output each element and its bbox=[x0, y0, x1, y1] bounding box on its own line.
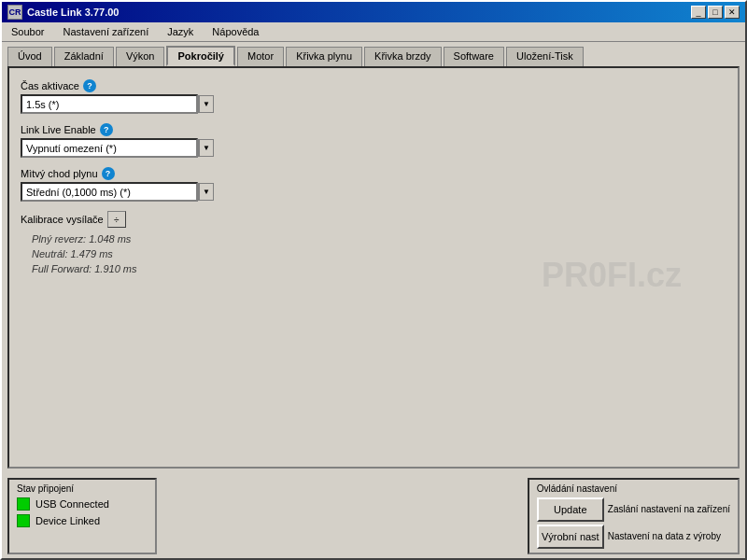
usb-status-row: USB Connected bbox=[17, 497, 148, 511]
mltvy-chod-arrow[interactable]: ▼ bbox=[198, 183, 214, 201]
link-live-arrow[interactable]: ▼ bbox=[198, 139, 214, 157]
control-panel: Ovládání nastavení Update Výrobní nast Z… bbox=[528, 478, 740, 554]
right-panel: Ovládání nastavení Update Výrobní nast Z… bbox=[164, 478, 740, 554]
kalibrace-plny-reverz: Plný reverz: 1.048 ms bbox=[32, 231, 726, 246]
cas-aktivace-arrow[interactable]: ▼ bbox=[198, 95, 214, 113]
control-rows: Update Výrobní nast Zaslání nastavení na… bbox=[537, 497, 730, 549]
tab-ulozeni-tisk[interactable]: Uložení-Tisk bbox=[506, 47, 584, 67]
cas-aktivace-group: Čas aktivace ? 1.5s (*) ▼ bbox=[21, 79, 726, 114]
link-live-label: Link Live Enable ? bbox=[21, 123, 726, 136]
mltvy-chod-group: Mìtvý chod plynu ? Střední (0,1000 ms) (… bbox=[21, 167, 726, 202]
menu-jazyk[interactable]: Jazyk bbox=[162, 24, 199, 39]
title-buttons: _ □ ✕ bbox=[691, 6, 740, 19]
tab-krivka-brzdy[interactable]: Křivka brzdy bbox=[364, 47, 442, 67]
tab-krivka-plynu[interactable]: Křivka plynu bbox=[286, 47, 362, 67]
main-window: CR Castle Link 3.77.00 _ □ ✕ Soubor Nast… bbox=[0, 0, 747, 560]
maximize-button[interactable]: □ bbox=[708, 6, 723, 19]
mltvy-chod-label: Mìtvý chod plynu ? bbox=[21, 167, 726, 180]
cas-aktivace-label: Čas aktivace ? bbox=[21, 79, 726, 92]
control-labels: Zaslání nastavení na zařízení Nastavení … bbox=[608, 497, 730, 549]
menu-nastaveni[interactable]: Nastavení zařízení bbox=[57, 24, 154, 39]
bottom-bar: Stav připojení USB Connected Device Link… bbox=[2, 474, 745, 558]
cas-aktivace-dropdown[interactable]: 1.5s (*) bbox=[21, 94, 198, 114]
tab-pokrocily[interactable]: Pokročilý bbox=[166, 46, 235, 66]
link-live-dropdown[interactable]: Vypnutí omezení (*) bbox=[21, 138, 198, 158]
device-label: Device Linked bbox=[35, 515, 100, 526]
mltvy-chod-dropdown-container: Střední (0,1000 ms) (*) ▼ bbox=[21, 182, 726, 202]
title-bar: CR Castle Link 3.77.00 _ □ ✕ bbox=[2, 2, 745, 22]
menu-napoveda[interactable]: Nápověda bbox=[206, 24, 264, 39]
cas-aktivace-dropdown-container: 1.5s (*) ▼ bbox=[21, 94, 726, 114]
tab-uvod[interactable]: Úvod bbox=[7, 47, 52, 67]
mltvy-chod-dropdown[interactable]: Střední (0,1000 ms) (*) bbox=[21, 182, 198, 202]
kalibrace-full-forward: Full Forward: 1.910 ms bbox=[32, 261, 726, 276]
menu-bar: Soubor Nastavení zařízení Jazyk Nápověda bbox=[2, 22, 745, 42]
tab-motor[interactable]: Motor bbox=[237, 47, 284, 67]
tab-vykon[interactable]: Výkon bbox=[116, 47, 165, 67]
close-button[interactable]: ✕ bbox=[725, 6, 740, 19]
minimize-button[interactable]: _ bbox=[691, 6, 706, 19]
control-buttons: Update Výrobní nast bbox=[537, 497, 604, 549]
mltvy-chod-help[interactable]: ? bbox=[102, 167, 115, 180]
usb-label: USB Connected bbox=[35, 498, 109, 510]
factory-button[interactable]: Výrobní nast bbox=[537, 525, 604, 549]
status-panel: Stav připojení USB Connected Device Link… bbox=[7, 478, 157, 554]
device-led bbox=[17, 514, 30, 527]
usb-led bbox=[17, 497, 30, 511]
nastaveni-label: Nastavení na data z výroby bbox=[608, 525, 730, 549]
kalibrace-values: Plný reverz: 1.048 ms Neutrál: 1.479 ms … bbox=[21, 231, 726, 276]
app-icon: CR bbox=[7, 5, 22, 20]
window-title: Castle Link 3.77.00 bbox=[27, 7, 119, 18]
link-live-help[interactable]: ? bbox=[100, 123, 113, 136]
kalibrace-section: Kalibrace vysílače ÷ Plný reverz: 1.048 … bbox=[21, 211, 726, 276]
tab-bar: Úvod Základní Výkon Pokročilý Motor Křiv… bbox=[2, 42, 745, 66]
main-content: Čas aktivace ? 1.5s (*) ▼ Link Live Enab… bbox=[7, 66, 740, 469]
device-status-row: Device Linked bbox=[17, 514, 148, 527]
link-live-group: Link Live Enable ? Vypnutí omezení (*) ▼ bbox=[21, 123, 726, 158]
link-live-dropdown-container: Vypnutí omezení (*) ▼ bbox=[21, 138, 726, 158]
tab-zakladni[interactable]: Základní bbox=[54, 47, 114, 67]
title-bar-left: CR Castle Link 3.77.00 bbox=[7, 5, 119, 20]
kalibrace-button[interactable]: ÷ bbox=[107, 211, 126, 228]
kalibrace-header: Kalibrace vysílače ÷ bbox=[21, 211, 726, 228]
kalibrace-label: Kalibrace vysílače bbox=[21, 214, 104, 225]
tab-software[interactable]: Software bbox=[444, 47, 504, 67]
kalibrace-neutral: Neutrál: 1.479 ms bbox=[32, 246, 726, 261]
zaslani-label: Zaslání nastavení na zařízení bbox=[608, 497, 730, 522]
menu-soubor[interactable]: Soubor bbox=[6, 24, 49, 39]
update-button[interactable]: Update bbox=[537, 497, 604, 522]
control-panel-title: Ovládání nastavení bbox=[537, 483, 730, 494]
cas-aktivace-help[interactable]: ? bbox=[83, 79, 96, 92]
status-panel-title: Stav připojení bbox=[17, 483, 148, 494]
